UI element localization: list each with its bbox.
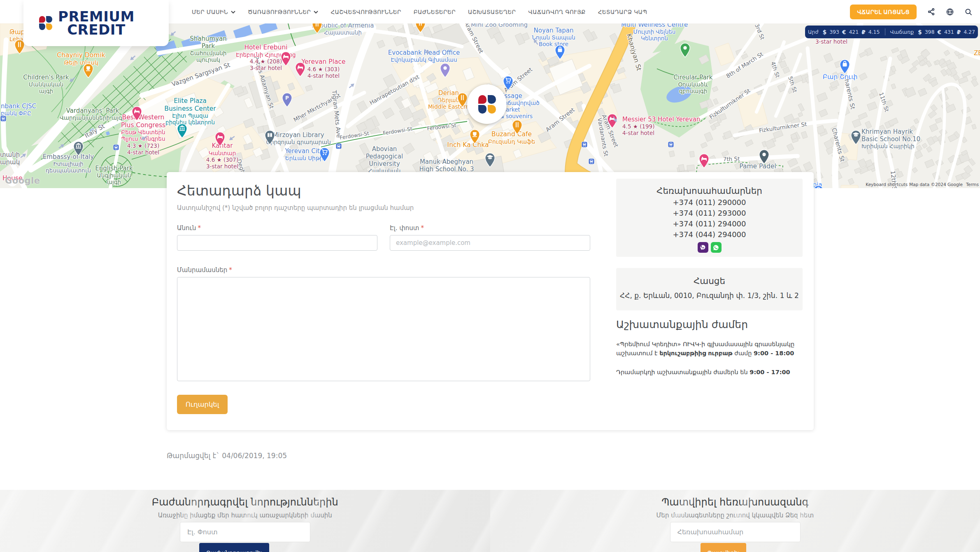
map-pin-cart[interactable] (503, 76, 513, 92)
nav-item-6[interactable]: ՎԱՃԱՌՎՈՂ ԳՈՒՅՔ (528, 9, 585, 15)
nav-item-7[interactable]: ՀԵՏԱԴԱՐՁ ԿԱՊ (598, 9, 647, 15)
map-pin-dot[interactable] (759, 149, 769, 166)
map-pin-dot[interactable] (680, 43, 690, 59)
nav-item-3[interactable]: ՀԱՇՎԵՏՎՈՒԹՅՈՒՆՆԵՐ (331, 9, 401, 15)
footer-callback-section: Պատվիրել հեռախոսազանգ Մեր մասնագետները շ… (490, 490, 980, 552)
details-label: Մանրամասներ* (177, 266, 232, 274)
road-direction-arrow (168, 28, 178, 39)
callback-title: Պատվիրել հեռախոսազանգ (490, 496, 980, 508)
details-textarea[interactable] (177, 277, 590, 381)
map-pin-cart[interactable] (319, 147, 330, 164)
phone-number[interactable]: +374 (011) 294000 (616, 219, 803, 228)
map-label: Fizkulturnikner St (708, 87, 751, 120)
premium-credit-map-marker[interactable] (467, 84, 507, 124)
transit-stop-icon[interactable] (113, 144, 119, 152)
map-pin-fork[interactable] (512, 120, 522, 136)
hours-text: ժամը (733, 350, 754, 356)
map-pin-bed[interactable] (699, 154, 709, 170)
currency-symbol: $ (823, 29, 826, 35)
nav-item-5[interactable]: ԱՇԽԱՏԱՏԵՂԵՐ (468, 9, 516, 15)
currency-value: 431 (944, 29, 954, 35)
map-pin-bag[interactable] (840, 59, 850, 76)
map-label: Aram Street (545, 106, 576, 133)
map-pin-grad[interactable] (485, 153, 495, 169)
subscribe-email-input[interactable] (180, 522, 310, 542)
transit-stop-icon[interactable] (336, 143, 342, 151)
map-pin-grad[interactable] (851, 130, 861, 147)
map-pin-fork[interactable] (14, 40, 25, 56)
map-pin-dot[interactable] (440, 63, 450, 79)
map-label: Manuk AbeghyanHigh School No. 3 (419, 158, 474, 173)
map-pin-bag[interactable] (813, 185, 824, 189)
nav-item-2[interactable]: ԾԱՌԱՅՈՒԹՅՈՒՆՆԵՐ (248, 9, 318, 15)
map-pin-bed[interactable] (132, 106, 142, 123)
nav-item-4[interactable]: ԲԱԺՆԵՏԵՐԵՐ (414, 9, 456, 15)
google-map[interactable]: Vazgen Sargsyan StPetros Adamyan StItaly… (0, 23, 980, 188)
map-pin-bed[interactable] (295, 62, 305, 79)
logo-petal-red (39, 16, 45, 23)
map-label: Ferdowsi-St (339, 130, 370, 141)
map-keyboard-shortcuts[interactable]: Keyboard shortcuts (866, 182, 908, 187)
language-globe-icon[interactable] (946, 8, 954, 16)
transit-stop-icon[interactable] (0, 115, 6, 123)
phone-list: +374 (011) 290000+374 (011) 293000+374 (… (616, 198, 803, 239)
transit-stop-icon[interactable] (589, 158, 594, 166)
email-input[interactable] (390, 235, 590, 251)
transit-stop-icon[interactable] (668, 141, 674, 149)
phone-number[interactable]: +374 (011) 293000 (616, 209, 803, 217)
working-hours-cashdesk: Դրամարկղի աշխատանքային ժամերն են 9:00 - … (616, 368, 806, 377)
phone-numbers-box: Հեռախոսահամարներ +374 (011) 290000+374 (… (616, 179, 803, 257)
pay-online-button[interactable]: ՎՃԱՐԵԼ ԱՌՑԱՆՑ (850, 5, 917, 19)
hours-bold-text: երկուշաբթիից ուրբաթ (659, 350, 733, 356)
map-pin-cup[interactable] (470, 129, 480, 146)
map-pin-bag[interactable] (555, 45, 565, 61)
currency-symbol: ₽ (861, 29, 865, 35)
map-label: Hanrapetoutian d/st (368, 73, 420, 106)
marker-logo-petal (488, 105, 496, 114)
map-pin-fork[interactable] (415, 23, 426, 35)
map-label: Mirzoyan LibraryՄիրզոյան գրադարան (266, 131, 331, 145)
map-label: 3rd St (754, 23, 766, 41)
map-pin-fork[interactable] (312, 23, 322, 35)
map-label: Pame Padel (739, 163, 776, 170)
ticker-sell-label: Վաճառք (890, 29, 914, 35)
phone-number[interactable]: +374 (044) 294000 (616, 230, 803, 239)
logo-petal-navy-tr (46, 16, 52, 23)
whatsapp-icon[interactable] (711, 242, 722, 253)
subscribe-button[interactable]: Բաժանորդագրվել (199, 543, 269, 552)
search-icon[interactable] (964, 8, 972, 16)
footer: Բաժանորդագրվել նորություններին Առաջինը ի… (0, 490, 980, 552)
map-label: Khrimyan HayrikBasic School No.10Խրիմյան… (861, 128, 920, 149)
transit-stop-icon[interactable] (582, 141, 587, 149)
phone-number[interactable]: +374 (011) 290000 (616, 198, 803, 207)
map-label: Elite PlazaBusiness CenterԷլիտ Պլազաբիզն… (164, 97, 216, 126)
map-label: nbank CJSCբանկ ՓԲԸ (1, 102, 36, 116)
email-label: Էլ. փոստ* (390, 224, 424, 232)
hours-text: Դրամարկղի աշխատանքային ժամերն են (616, 369, 750, 375)
map-pin-bank[interactable] (73, 141, 84, 158)
map-pin-bank[interactable] (177, 123, 187, 140)
map-label: տանիարակ (0, 151, 20, 166)
callback-phone-input[interactable] (670, 522, 801, 542)
map-pin-fork[interactable] (457, 93, 468, 109)
logo[interactable]: PREMIUM CREDIT (23, 0, 169, 46)
map-terms-link[interactable]: Terms (966, 182, 979, 187)
map-pin-book[interactable] (265, 130, 275, 147)
chevron-down-icon (314, 11, 318, 14)
map-pin-bed[interactable] (281, 51, 291, 68)
address-box: Հասցե ՀՀ, ք. Երևան, 0010, Բուզանդի փ. 1/… (616, 268, 803, 310)
working-hours-office: «Պրեմիում Կրեդիտ» ՈՒՎԿ-ի գլխամասային գրա… (616, 340, 806, 358)
currency-symbol: € (937, 29, 941, 35)
map-label: Vazgen Sargsyan St (171, 61, 231, 88)
map-pin-cup[interactable] (83, 63, 93, 80)
map-pin-bed[interactable] (215, 132, 225, 148)
hours-bold-text: 9:00 - 17:00 (750, 369, 790, 375)
name-input[interactable] (177, 235, 377, 251)
nav-item-1[interactable]: ՄԵՐ ՄԱՍԻՆ (192, 9, 235, 15)
share-icon[interactable] (927, 8, 935, 16)
viber-icon[interactable] (698, 242, 708, 253)
working-hours-section: Աշխատանքային ժամեր «Պրեմիում Կրեդիտ» ՈՒՎ… (616, 319, 806, 386)
callback-button[interactable]: Պատվիրել (701, 543, 747, 552)
send-button[interactable]: Ուղարկել (177, 395, 228, 414)
map-pin-p[interactable]: P (282, 93, 292, 109)
